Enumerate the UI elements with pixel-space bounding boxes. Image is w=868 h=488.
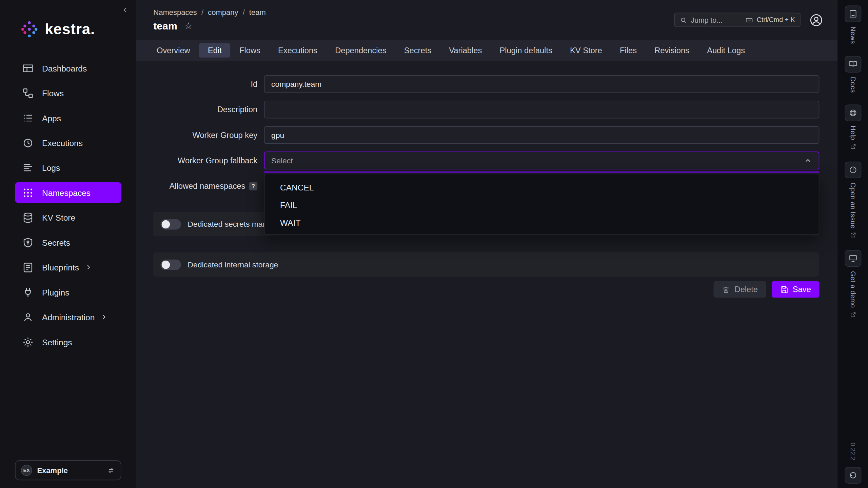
search-placeholder: Jump to... [691, 16, 742, 24]
tab-files[interactable]: Files [611, 43, 646, 57]
dedicated-secrets-manager-toggle[interactable] [160, 219, 181, 229]
sidebar-item-administration[interactable]: Administration [15, 306, 121, 327]
user-avatar[interactable] [809, 13, 823, 27]
dashboards-icon [22, 62, 34, 74]
sidebar-item-dashboards[interactable]: Dashboards [15, 58, 121, 79]
select-value: Select [271, 156, 293, 165]
help-icon[interactable]: ? [249, 182, 257, 190]
tenant-selector[interactable]: EX Example [15, 460, 121, 480]
page-title: team [153, 20, 177, 32]
version-label: 0.22.2 [849, 443, 856, 460]
search-input[interactable]: Jump to... Ctrl/Cmd + K [674, 13, 801, 27]
header-right: Jump to... Ctrl/Cmd + K [674, 13, 823, 27]
id-input[interactable] [264, 75, 820, 93]
kestra-logo-icon [20, 20, 39, 39]
search-icon [680, 16, 687, 23]
sidebar-item-executions[interactable]: Executions [15, 132, 121, 153]
logo-text: kestra. [45, 21, 95, 38]
docs-icon [845, 56, 861, 72]
breadcrumb-item-team[interactable]: team [249, 8, 266, 16]
dropdown-option-fail[interactable]: FAIL [264, 197, 818, 214]
breadcrumb-item-namespaces[interactable]: Namespaces [153, 8, 197, 16]
sidebar-item-logs[interactable]: Logs [15, 157, 121, 178]
tab-variables[interactable]: Variables [440, 43, 491, 57]
news-icon [845, 5, 861, 22]
sidebar-item-label: Plugins [42, 287, 69, 297]
favorite-star-icon[interactable]: ☆ [184, 20, 192, 31]
worker-group-key-label: Worker Group key [153, 126, 264, 144]
form-row-worker-group-key: Worker Group key [153, 126, 819, 144]
save-icon [780, 285, 788, 293]
sidebar-item-label: KV Store [42, 213, 75, 222]
sidebar-item-label: Administration [42, 312, 95, 322]
sidebar-item-secrets[interactable]: Secrets [15, 232, 121, 253]
tab-edit[interactable]: Edit [199, 43, 231, 57]
rail-label: Help [849, 125, 857, 140]
sidebar-item-namespaces[interactable]: Namespaces [15, 182, 121, 203]
sidebar-item-label: Settings [42, 337, 72, 347]
refresh-icon[interactable] [845, 467, 861, 484]
sidebar-item-plugins[interactable]: Plugins [15, 282, 121, 303]
rail-label: Open an Issue [849, 183, 857, 229]
trash-icon [722, 285, 730, 293]
tab-dependencies[interactable]: Dependencies [326, 43, 395, 57]
worker-group-key-input[interactable] [264, 126, 820, 144]
worker-group-fallback-select[interactable]: Select [264, 151, 820, 169]
rail-item-open-an-issue[interactable]: Open an Issue [845, 161, 861, 238]
worker-group-fallback-dropdown: CANCEL FAIL WAIT [264, 174, 820, 235]
delete-button[interactable]: Delete [714, 281, 766, 298]
sidebar-item-blueprints[interactable]: Blueprints [15, 257, 121, 278]
tab-executions[interactable]: Executions [269, 43, 326, 57]
sidebar-item-flows[interactable]: Flows [15, 82, 121, 103]
breadcrumb-separator: / [243, 8, 245, 16]
breadcrumb-item-company[interactable]: company [208, 8, 238, 16]
chevron-up-icon [804, 156, 812, 164]
description-input[interactable] [264, 101, 820, 118]
toggle-label: Dedicated internal storage [188, 260, 278, 269]
tab-plugin-defaults[interactable]: Plugin defaults [491, 43, 561, 57]
chevron-right-icon [100, 313, 108, 321]
tab-flows[interactable]: Flows [231, 43, 269, 57]
chevron-left-icon [121, 5, 130, 14]
tab-audit-logs[interactable]: Audit Logs [698, 43, 754, 57]
tab-kv-store[interactable]: KV Store [561, 43, 611, 57]
right-rail: News Docs Help Open an Issue [837, 0, 868, 488]
tab-revisions[interactable]: Revisions [646, 43, 698, 57]
breadcrumb: Namespaces / company / team [153, 8, 266, 16]
rail-label: Docs [849, 77, 857, 93]
sidebar-item-settings[interactable]: Settings [15, 331, 121, 352]
sidebar-item-label: Dashboards [42, 63, 87, 73]
id-label: Id [153, 75, 264, 93]
allowed-namespaces-label: Allowed namespaces ? [153, 177, 264, 195]
sidebar-item-label: Executions [42, 138, 83, 147]
dropdown-option-cancel[interactable]: CANCEL [264, 179, 818, 196]
tab-secrets[interactable]: Secrets [395, 43, 440, 57]
logs-icon [22, 162, 34, 174]
page-header: Namespaces / company / team team ☆ Jump … [136, 0, 838, 40]
kestra-logo[interactable]: kestra. [20, 20, 95, 39]
kv-store-icon [22, 211, 34, 223]
open-issue-icon [845, 161, 861, 178]
help-lifebuoy-icon [845, 104, 861, 121]
rail-item-get-a-demo[interactable]: Get a demo [845, 250, 861, 318]
form-row-id: Id [153, 75, 819, 93]
administration-icon [22, 311, 34, 323]
rail-item-docs[interactable]: Docs [845, 56, 861, 93]
rail-item-news[interactable]: News [845, 5, 861, 44]
get-a-demo-icon [845, 250, 861, 267]
sidebar-item-apps[interactable]: Apps [15, 107, 121, 128]
sidebar-item-kv-store[interactable]: KV Store [15, 207, 121, 228]
settings-icon [22, 336, 34, 348]
toggle-row-dedicated-internal-storage: Dedicated internal storage [153, 252, 819, 277]
sidebar-item-label: Blueprints [42, 263, 79, 272]
main-panel: Namespaces / company / team team ☆ Jump … [136, 0, 838, 488]
rail-item-help[interactable]: Help [845, 104, 861, 150]
dropdown-option-wait[interactable]: WAIT [264, 214, 818, 232]
dedicated-internal-storage-toggle[interactable] [160, 259, 181, 270]
save-button[interactable]: Save [772, 281, 820, 298]
sidebar: kestra. Dashboards Flows Apps Executions [0, 0, 136, 488]
tab-overview[interactable]: Overview [148, 43, 199, 57]
sidebar-collapse-button[interactable] [121, 5, 130, 16]
blueprints-icon [22, 261, 34, 273]
tab-bar: Overview Edit Flows Executions Dependenc… [136, 40, 838, 61]
